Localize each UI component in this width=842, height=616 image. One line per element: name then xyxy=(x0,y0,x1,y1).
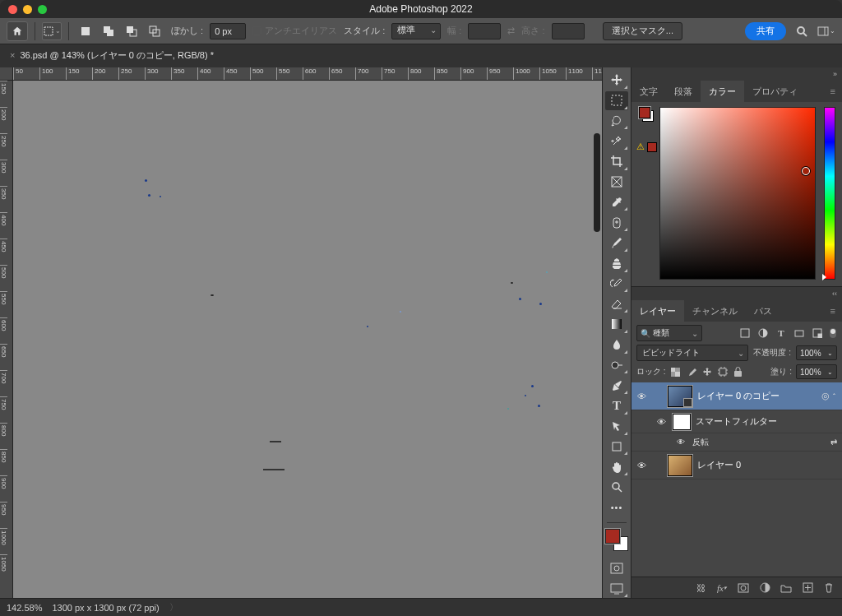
eyedropper-tool[interactable] xyxy=(605,193,628,212)
hand-tool[interactable] xyxy=(605,457,628,476)
color-swatches[interactable] xyxy=(639,107,654,122)
filter-pixel-icon[interactable] xyxy=(738,327,752,340)
blur-tool[interactable] xyxy=(605,336,628,354)
new-layer-icon[interactable] xyxy=(801,581,814,595)
screen-mode-toggle[interactable] xyxy=(605,579,628,598)
edit-toolbar[interactable]: ••• xyxy=(605,498,628,517)
zoom-tool[interactable] xyxy=(605,478,628,497)
dodge-tool[interactable] xyxy=(605,356,628,375)
tab-channels[interactable]: チャンネル xyxy=(684,300,746,322)
path-selection-tool[interactable] xyxy=(605,417,628,436)
filter-adjust-icon[interactable] xyxy=(756,327,770,340)
visibility-toggle[interactable]: 👁 xyxy=(635,461,648,470)
subtract-selection-icon[interactable] xyxy=(122,22,141,40)
quick-mask-toggle[interactable] xyxy=(605,559,628,578)
crop-tool[interactable] xyxy=(605,152,628,171)
adjustment-layer-icon[interactable] xyxy=(758,581,771,595)
tab-color[interactable]: カラー xyxy=(701,81,744,102)
clone-stamp-tool[interactable] xyxy=(605,254,628,273)
add-selection-icon[interactable] xyxy=(99,22,118,40)
gradient-tool[interactable] xyxy=(605,315,628,334)
canvas[interactable] xyxy=(13,81,602,598)
lock-all-icon[interactable] xyxy=(733,366,744,377)
opacity-input[interactable]: 100%⌄ xyxy=(796,345,837,360)
filter-shape-icon[interactable] xyxy=(793,327,806,340)
fill-input[interactable]: 100%⌄ xyxy=(796,364,837,379)
hue-slider[interactable] xyxy=(824,107,835,280)
workspace-switcher-icon[interactable]: ⌄ xyxy=(817,22,835,40)
brush-tool[interactable] xyxy=(605,234,628,252)
marquee-tool[interactable] xyxy=(605,91,628,110)
gamut-warning[interactable]: ⚠ xyxy=(636,141,657,152)
layer-mask-icon[interactable] xyxy=(737,581,750,595)
zoom-level[interactable]: 142.58% xyxy=(7,603,42,613)
filter-type-icon[interactable]: T xyxy=(775,327,788,340)
tool-preset[interactable]: ⌄ xyxy=(42,22,62,40)
delete-layer-icon[interactable] xyxy=(822,581,835,595)
new-selection-icon[interactable] xyxy=(76,22,95,40)
healing-brush-tool[interactable] xyxy=(605,213,628,232)
filter-blend-icon[interactable]: ⇄ xyxy=(830,438,842,447)
horizontal-ruler[interactable]: 5010015020025030035040045050055060065070… xyxy=(13,67,602,81)
smart-filter-icon[interactable]: ◎ xyxy=(821,391,830,401)
visibility-toggle[interactable]: 👁 xyxy=(674,438,687,447)
document-tab[interactable]: × 36.psd @ 143% (レイヤー 0 のコピー, RGB/8) * xyxy=(7,46,217,66)
layers-panel-menu-icon[interactable]: ≡ xyxy=(824,306,842,316)
blend-mode-select[interactable]: ビビッドライト xyxy=(636,345,748,361)
shape-tool[interactable] xyxy=(605,438,628,456)
home-button[interactable] xyxy=(7,21,28,41)
document-dimensions[interactable]: 1300 px x 1300 px (72 ppi) xyxy=(52,603,159,613)
tab-paragraph[interactable]: 段落 xyxy=(666,81,701,102)
eraser-tool[interactable] xyxy=(605,294,628,313)
color-field[interactable] xyxy=(659,107,816,280)
ruler-origin[interactable] xyxy=(0,67,13,81)
filter-mask-thumbnail[interactable] xyxy=(673,414,691,430)
filter-entry[interactable]: 👁 反転 ⇄ xyxy=(632,433,842,452)
tab-paths[interactable]: パス xyxy=(746,300,780,322)
filter-toggle[interactable] xyxy=(829,327,837,340)
tab-character[interactable]: 文字 xyxy=(632,81,666,102)
panel-menu-icon[interactable]: ≡ xyxy=(824,86,842,96)
tab-layers[interactable]: レイヤー xyxy=(632,300,684,322)
panel-divider[interactable]: ‹‹ xyxy=(632,287,842,300)
search-icon[interactable] xyxy=(793,22,811,40)
close-tab-icon[interactable]: × xyxy=(10,50,15,60)
share-button[interactable]: 共有 xyxy=(745,22,786,40)
lock-image-icon[interactable] xyxy=(686,366,697,377)
layer-row[interactable]: 👁 レイヤー 0 のコピー ◎ˆ xyxy=(632,382,842,410)
layer-name[interactable]: レイヤー 0 のコピー xyxy=(697,390,780,402)
expand-icon[interactable]: ˆ xyxy=(833,392,835,401)
frame-tool[interactable] xyxy=(605,173,628,192)
layer-name[interactable]: レイヤー 0 xyxy=(697,459,741,471)
status-menu-icon[interactable]: 〉 xyxy=(169,601,178,614)
lasso-tool[interactable] xyxy=(605,112,628,131)
type-tool[interactable]: T xyxy=(605,396,628,415)
vertical-scrollbar[interactable] xyxy=(594,84,600,595)
group-layers-icon[interactable] xyxy=(780,581,793,595)
link-layers-icon[interactable]: ⛓ xyxy=(694,581,707,595)
feather-input[interactable] xyxy=(210,23,246,39)
move-tool[interactable] xyxy=(605,71,628,90)
lock-artboard-icon[interactable] xyxy=(717,366,729,377)
smart-filters-row[interactable]: 👁 スマートフィルター xyxy=(632,410,842,433)
tab-properties[interactable]: プロパティ xyxy=(744,81,806,102)
select-and-mask-button[interactable]: 選択とマスク... xyxy=(603,22,682,40)
lock-transparency-icon[interactable] xyxy=(670,366,682,377)
collapse-panels[interactable]: » xyxy=(632,67,842,81)
intersect-selection-icon[interactable] xyxy=(145,22,164,40)
visibility-toggle[interactable]: 👁 xyxy=(655,417,668,427)
foreground-background-colors[interactable] xyxy=(605,529,628,551)
lock-position-icon[interactable] xyxy=(701,366,713,377)
layer-row[interactable]: 👁 レイヤー 0 xyxy=(632,452,842,479)
layer-thumbnail[interactable] xyxy=(668,455,692,476)
layer-style-icon[interactable]: fx▾ xyxy=(715,581,729,595)
vertical-ruler[interactable]: 1502002503003504004505005506006507007508… xyxy=(0,81,13,598)
style-select[interactable]: 標準 xyxy=(391,23,441,39)
magic-wand-tool[interactable] xyxy=(605,132,628,151)
pen-tool[interactable] xyxy=(605,376,628,395)
visibility-toggle[interactable]: 👁 xyxy=(635,391,648,401)
history-brush-tool[interactable] xyxy=(605,275,628,294)
layer-filter-type[interactable]: 🔍種類 xyxy=(636,325,702,341)
filter-smart-icon[interactable] xyxy=(811,327,824,340)
layer-thumbnail[interactable] xyxy=(668,386,692,407)
